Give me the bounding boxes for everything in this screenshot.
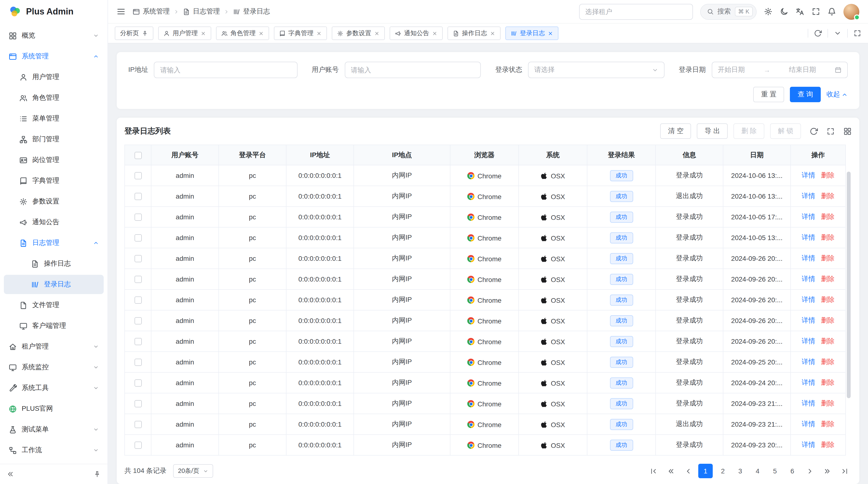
detail-link[interactable]: 详情 xyxy=(802,441,815,448)
reset-button[interactable]: 重 置 xyxy=(753,87,784,102)
export-button[interactable]: 导 出 xyxy=(697,123,728,139)
global-search-button[interactable]: 搜索 ⌘ K xyxy=(700,4,756,20)
sidebar-item[interactable]: 系统监控 xyxy=(4,358,104,377)
tab-item[interactable]: 角色管理 xyxy=(216,27,269,40)
row-checkbox[interactable] xyxy=(134,214,142,221)
row-checkbox[interactable] xyxy=(134,297,142,304)
sidebar-item[interactable]: 客户端管理 xyxy=(4,316,104,335)
jump-back-button[interactable] xyxy=(663,464,678,478)
detail-link[interactable]: 详情 xyxy=(802,420,815,428)
sidebar-item[interactable]: 部门管理 xyxy=(4,130,104,149)
sidebar-item[interactable]: 菜单管理 xyxy=(4,109,104,128)
delete-link[interactable]: 删除 xyxy=(821,213,835,220)
refresh-page-icon[interactable] xyxy=(814,29,822,37)
jump-forward-button[interactable] xyxy=(820,464,834,478)
row-checkbox[interactable] xyxy=(134,276,142,283)
sidebar-item[interactable]: 字典管理 xyxy=(4,171,104,190)
sidebar-item[interactable]: 用户管理 xyxy=(4,67,104,87)
delete-link[interactable]: 删除 xyxy=(821,233,835,241)
close-tab-icon[interactable] xyxy=(432,31,437,36)
account-input[interactable] xyxy=(345,62,481,78)
close-tab-icon[interactable] xyxy=(548,31,553,36)
row-checkbox[interactable] xyxy=(134,172,142,180)
row-checkbox[interactable] xyxy=(134,255,142,262)
row-checkbox[interactable] xyxy=(134,442,142,449)
unlock-button[interactable]: 解 锁 xyxy=(770,123,801,139)
menu-toggle-icon[interactable] xyxy=(117,7,125,16)
tab-item[interactable]: 操作日志 xyxy=(447,27,500,40)
prev-page-button[interactable] xyxy=(681,464,695,478)
next-page-button[interactable] xyxy=(802,464,817,478)
detail-link[interactable]: 详情 xyxy=(802,337,815,345)
sidebar-item[interactable]: 租户管理 xyxy=(4,337,104,356)
sidebar-item[interactable]: 测试菜单 xyxy=(4,420,104,439)
sidebar-item[interactable]: PLUS官网 xyxy=(4,399,104,418)
row-checkbox[interactable] xyxy=(134,380,142,387)
row-checkbox[interactable] xyxy=(134,317,142,325)
delete-link[interactable]: 删除 xyxy=(821,420,835,428)
detail-link[interactable]: 详情 xyxy=(802,275,815,283)
detail-link[interactable]: 详情 xyxy=(802,192,815,200)
tab-item[interactable]: 分析页 xyxy=(115,27,153,40)
delete-link[interactable]: 删除 xyxy=(821,316,835,324)
detail-link[interactable]: 详情 xyxy=(802,379,815,386)
breadcrumb-item[interactable]: 系统管理 xyxy=(133,7,170,16)
close-tab-icon[interactable] xyxy=(374,31,379,36)
delete-link[interactable]: 删除 xyxy=(821,358,835,365)
row-checkbox[interactable] xyxy=(134,421,142,428)
tab-options-chevron-icon[interactable] xyxy=(834,29,841,37)
row-checkbox[interactable] xyxy=(134,193,142,200)
tab-item[interactable]: 通知公告 xyxy=(390,27,443,40)
breadcrumb-item[interactable]: 登录日志 xyxy=(233,7,270,16)
detail-link[interactable]: 详情 xyxy=(802,399,815,407)
detail-link[interactable]: 详情 xyxy=(802,316,815,324)
query-button[interactable]: 查 询 xyxy=(790,87,821,102)
detail-link[interactable]: 详情 xyxy=(802,254,815,262)
dark-mode-moon-icon[interactable] xyxy=(780,7,788,16)
last-page-button[interactable] xyxy=(837,464,851,478)
close-tab-icon[interactable] xyxy=(200,31,206,36)
page-button[interactable]: 1 xyxy=(698,464,713,478)
row-checkbox[interactable] xyxy=(134,338,142,346)
sidebar-item[interactable]: 文件管理 xyxy=(4,295,104,315)
delete-link[interactable]: 删除 xyxy=(821,254,835,262)
user-avatar[interactable] xyxy=(843,4,859,20)
page-button[interactable]: 2 xyxy=(716,464,730,478)
row-checkbox[interactable] xyxy=(134,234,142,242)
delete-link[interactable]: 删除 xyxy=(821,441,835,448)
detail-link[interactable]: 详情 xyxy=(802,233,815,241)
notifications-bell-icon[interactable] xyxy=(828,7,836,16)
date-range-picker[interactable]: 开始日期 → 结束日期 xyxy=(712,62,848,78)
pin-icon[interactable] xyxy=(142,30,148,36)
column-settings-icon[interactable] xyxy=(843,127,851,135)
delete-link[interactable]: 删除 xyxy=(821,399,835,407)
sidebar-item[interactable]: 概览 xyxy=(4,26,104,45)
close-tab-icon[interactable] xyxy=(258,31,264,36)
detail-link[interactable]: 详情 xyxy=(802,213,815,220)
first-page-button[interactable] xyxy=(646,464,661,478)
sidebar-item[interactable]: 工作流 xyxy=(4,441,104,460)
content-fullscreen-icon[interactable] xyxy=(854,29,861,37)
detail-link[interactable]: 详情 xyxy=(802,358,815,365)
sidebar-item[interactable]: 通知公告 xyxy=(4,213,104,232)
pin-sidebar-icon[interactable] xyxy=(94,471,101,478)
table-scrollbar[interactable] xyxy=(847,172,850,398)
sidebar-item[interactable]: 系统管理 xyxy=(4,47,104,66)
delete-link[interactable]: 删除 xyxy=(821,275,835,283)
tab-item[interactable]: 字典管理 xyxy=(274,27,327,40)
tenant-select-input[interactable] xyxy=(579,4,693,20)
sidebar-item[interactable]: 岗位管理 xyxy=(4,151,104,170)
fullscreen-icon[interactable] xyxy=(812,7,820,16)
page-button[interactable]: 6 xyxy=(785,464,800,478)
collapse-sidebar-icon[interactable] xyxy=(7,471,14,478)
page-size-select[interactable]: 20条/页 xyxy=(173,464,213,478)
delete-link[interactable]: 删除 xyxy=(821,379,835,386)
detail-link[interactable]: 详情 xyxy=(802,295,815,303)
row-checkbox[interactable] xyxy=(134,359,142,366)
delete-link[interactable]: 删除 xyxy=(821,295,835,303)
close-tab-icon[interactable] xyxy=(490,31,495,36)
page-button[interactable]: 5 xyxy=(768,464,782,478)
collapse-filters-link[interactable]: 收起 xyxy=(827,90,848,99)
delete-link[interactable]: 删除 xyxy=(821,337,835,345)
language-translate-icon[interactable] xyxy=(796,7,804,16)
